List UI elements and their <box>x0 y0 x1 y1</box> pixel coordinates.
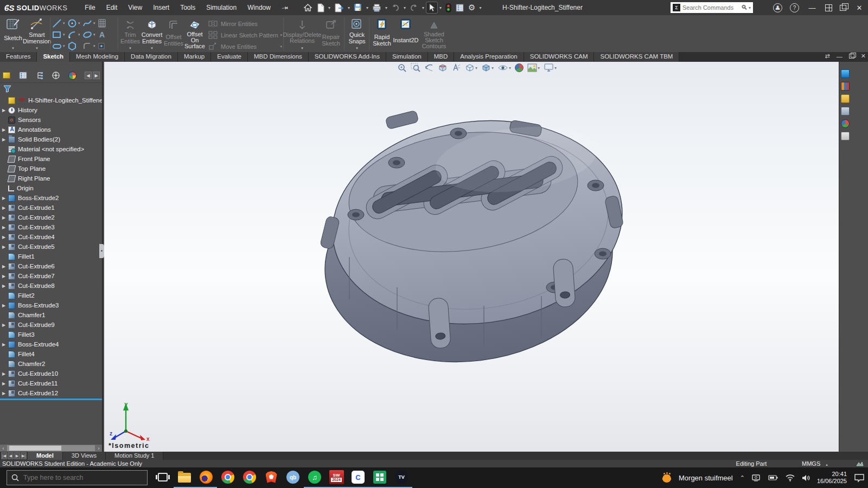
feature-tree-item[interactable]: ▶ Cut-Extrude10 <box>0 369 102 378</box>
document-tab[interactable]: Model <box>28 452 63 460</box>
command-tab[interactable]: Simulation <box>386 52 428 62</box>
taskbar-app[interactable]: SW2024 <box>326 467 347 488</box>
taskbar-app[interactable]: qb <box>282 467 304 488</box>
solidworks-resources-icon[interactable] <box>841 69 850 78</box>
feature-tree-item[interactable]: ▶ Boss-Extrude3 <box>0 300 102 310</box>
scroll-left-icon[interactable]: ‹ <box>0 446 7 451</box>
command-tab[interactable]: Sketch <box>37 52 70 62</box>
sketch-button[interactable]: Sketch ▾ <box>1 16 25 50</box>
document-tab[interactable]: 3D Views <box>63 452 106 460</box>
print-icon[interactable] <box>371 3 383 13</box>
section-view-icon[interactable] <box>438 63 448 73</box>
selection-filter-icon[interactable] <box>444 2 453 14</box>
quick-snaps-button[interactable]: Quick Snaps ▾ <box>346 16 368 50</box>
view-orientation-icon[interactable]: ▾ <box>465 63 477 73</box>
feature-tree-root[interactable]: H-Shifter-Logitech_Stiffener (Defa <box>0 95 102 105</box>
chevron-up-icon[interactable]: ⌃ <box>740 474 745 481</box>
expand-arrow-icon[interactable]: ▶ <box>2 206 8 210</box>
taskbar-app[interactable]: ♫ <box>304 467 326 488</box>
ellipse-icon[interactable]: ▾ <box>82 29 98 40</box>
arc-icon[interactable]: ▾ <box>67 29 82 40</box>
expand-arrow-icon[interactable]: ▶ <box>2 274 8 279</box>
prev-tab-icon[interactable]: ◀ <box>8 452 14 459</box>
volume-icon[interactable] <box>802 474 810 481</box>
taskbar-clock[interactable]: 20:41 16/06/2025 <box>817 471 847 485</box>
feature-tree-item[interactable]: ▶ Boss-Extrude4 <box>0 339 102 349</box>
display-manager-tab-icon[interactable] <box>68 70 77 80</box>
smart-dimension-caret[interactable]: ▾ <box>36 45 38 50</box>
display-style-icon[interactable]: ▾ <box>481 63 494 73</box>
panel-splitter-handle[interactable] <box>99 244 104 258</box>
feature-tree-item[interactable]: ▶ Solid Bodies(2) <box>0 134 102 144</box>
menu-item[interactable]: Edit <box>101 0 123 15</box>
previous-view-icon[interactable] <box>424 63 434 73</box>
feature-tree-item[interactable]: ▶ Sensors <box>0 115 102 125</box>
feature-tree-item[interactable]: ▶ Cut-Extrude1 <box>0 203 102 213</box>
new-document-icon[interactable] <box>315 2 326 14</box>
window-grid-button[interactable] <box>825 4 832 11</box>
redo-icon[interactable] <box>408 3 420 12</box>
feature-tree-item[interactable]: ▶ Chamfer1 <box>0 310 102 320</box>
taskbar-app[interactable] <box>239 467 260 488</box>
panel-horizontal-scrollbar[interactable]: ‹ › <box>0 445 102 452</box>
feature-tree-item[interactable]: ▶ Cut-Extrude7 <box>0 271 102 281</box>
home-icon[interactable] <box>302 2 314 13</box>
command-tab[interactable]: Analysis Preparation <box>454 52 524 62</box>
feature-tree-item[interactable]: ▶ Chamfer2 <box>0 359 102 369</box>
taskbar-search[interactable] <box>7 470 148 485</box>
taskbar-search-input[interactable] <box>23 474 132 481</box>
design-library-icon[interactable] <box>841 82 850 91</box>
view-settings-icon[interactable]: ▾ <box>544 63 557 72</box>
open-document-caret[interactable]: ▾ <box>348 5 350 10</box>
feature-tree-item[interactable]: ▶ Fillet3 <box>0 330 102 339</box>
menu-item[interactable]: Insert <box>148 0 175 15</box>
options-list-icon[interactable] <box>454 3 465 13</box>
close-button[interactable]: ✕ <box>854 4 865 12</box>
taskbar-app[interactable] <box>174 467 195 488</box>
expand-arrow-icon[interactable]: ▶ <box>2 245 8 249</box>
menu-item[interactable]: Simulation <box>201 0 242 15</box>
account-icon[interactable]: 👤︎ <box>773 3 782 12</box>
expand-arrow-icon[interactable]: ▶ <box>2 381 8 386</box>
feature-tree-item[interactable]: ▶ Fillet1 <box>0 252 102 261</box>
open-document-icon[interactable] <box>333 2 346 14</box>
zoom-to-fit-icon[interactable] <box>397 63 407 73</box>
polygon-icon[interactable] <box>67 40 82 52</box>
feature-tree-item[interactable]: ▶ Cut-Extrude2 <box>0 213 102 222</box>
custom-properties-icon[interactable] <box>841 132 850 140</box>
command-tab[interactable]: SOLIDWORKS Add-Ins <box>309 52 386 62</box>
menu-item[interactable]: View <box>123 0 148 15</box>
text-icon[interactable]: A <box>98 29 110 40</box>
save-caret[interactable]: ▾ <box>366 5 368 10</box>
hide-show-items-icon[interactable]: ▾ <box>497 63 511 72</box>
smart-dimension-button[interactable]: Smart Dimension ▾ <box>25 16 49 50</box>
expand-arrow-icon[interactable]: ▶ <box>2 127 8 132</box>
feature-tree-item[interactable]: ▶ Material <not specified> <box>0 144 102 154</box>
taskbar-app[interactable]: C <box>347 467 369 488</box>
feature-tree-item[interactable]: ▶ Origin <box>0 183 102 193</box>
cast-icon[interactable] <box>752 474 761 481</box>
taskbar-app[interactable] <box>369 467 391 488</box>
expand-arrow-icon[interactable]: ▶ <box>2 323 8 328</box>
mesh-icon[interactable] <box>98 17 110 29</box>
offset-on-surface-button[interactable]: Offset On Surface <box>184 16 206 50</box>
pin-icon[interactable]: 📌︎ <box>280 2 291 13</box>
zoom-to-area-icon[interactable] <box>411 63 420 73</box>
taskbar-app[interactable] <box>195 467 217 488</box>
scrollbar-thumb[interactable] <box>9 446 61 451</box>
feature-tree-item[interactable]: ▶ Right Plane <box>0 174 102 183</box>
search-icon[interactable]: 🔍︎ <box>741 4 748 11</box>
view-palette-icon[interactable] <box>841 107 850 115</box>
corner-rectangle-icon[interactable]: ▾ <box>52 29 67 40</box>
expand-arrow-icon[interactable]: ▶ <box>2 137 8 142</box>
print-caret[interactable]: ▾ <box>385 5 387 10</box>
graphics-viewport[interactable]: ▾ ▾ ▾ ▾ ▾ Y x z *Isometric <box>104 62 839 452</box>
doc-minimize-icon[interactable]: — <box>837 53 843 60</box>
point-icon[interactable] <box>98 40 110 52</box>
expand-arrow-icon[interactable]: ▶ <box>2 108 8 113</box>
doc-restore-icon[interactable] <box>849 54 854 59</box>
undo-icon[interactable] <box>390 3 401 12</box>
apply-scene-icon[interactable]: ▾ <box>527 63 540 72</box>
expand-arrow-icon[interactable]: ▶ <box>2 215 8 220</box>
dynamic-annotation-views-icon[interactable] <box>451 63 461 73</box>
